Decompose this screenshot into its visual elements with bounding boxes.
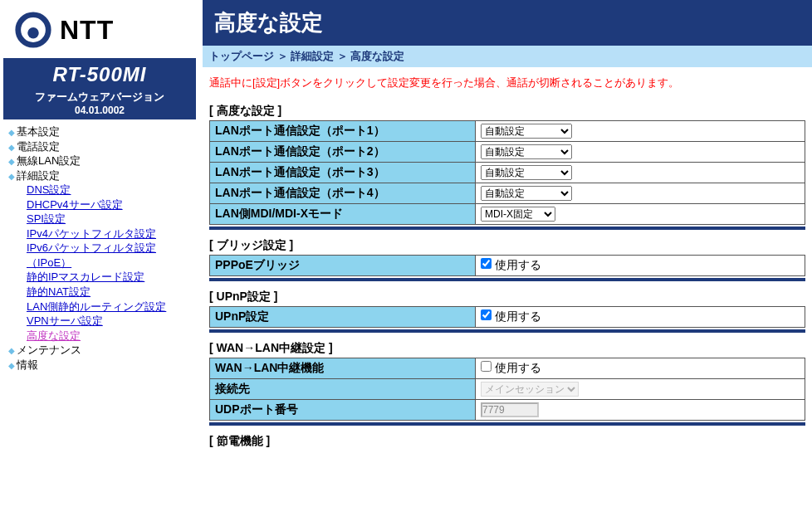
section-head-power: [ 節電機能 ] [209,434,812,449]
brand-name: NTT [60,15,114,46]
select-port2[interactable]: 自動設定 [481,144,572,159]
svg-point-1 [27,27,38,38]
select-mdix[interactable]: MDI-X固定 [481,207,555,222]
nav-sub-snat[interactable]: 静的NAT設定 [27,285,196,300]
separator [209,422,805,426]
label-relay: WAN→LAN中継機能 [210,358,476,379]
table-upnp: UPnP設定 使用する [209,306,805,328]
checkbox-pppoe[interactable] [481,258,492,269]
label-pppoe: PPPoEブリッジ [210,256,476,276]
label-port3: LANポート通信設定（ポート3） [210,163,476,183]
select-port3[interactable]: 自動設定 [481,165,572,180]
nav-maint[interactable]: メンテナンス [8,343,196,358]
checkbox-relay[interactable] [481,361,492,372]
nav-sub-dns[interactable]: DNS設定 [27,183,196,197]
nav-basic[interactable]: 基本設定 [8,124,196,139]
nav-menu: 基本設定 電話設定 無線LAN設定 詳細設定 DNS設定 DHCPv4サーバ設定… [3,124,196,372]
select-port4[interactable]: 自動設定 [481,186,572,201]
nav-sub-lanroute[interactable]: LAN側静的ルーティング設定 [27,300,196,314]
select-dest: メインセッション [481,382,579,397]
breadcrumb: トップページ ＞ 詳細設定 ＞ 高度な設定 [203,46,812,67]
section-head-adv: [ 高度な設定 ] [209,104,812,119]
nav-sub-ipmasq[interactable]: 静的IPマスカレード設定 [27,270,196,285]
label-mdix: LAN側MDI/MDI-Xモード [210,204,476,225]
table-wanlan: WAN→LAN中継機能 使用する 接続先 メインセッション UDPポート番号 [209,358,805,421]
firmware-version: 04.01.0002 [3,105,196,116]
warning-text: 通話中に[設定]ボタンをクリックして設定変更を行った場合、通話が切断されることが… [203,67,812,95]
ntt-logo-icon [13,10,53,50]
page-title: 高度な設定 [203,0,812,46]
main-content: 高度な設定 トップページ ＞ 詳細設定 ＞ 高度な設定 通話中に[設定]ボタンを… [199,0,812,451]
separator [209,278,805,281]
nav-info[interactable]: 情報 [8,358,196,373]
label-upnp: UPnP設定 [210,307,476,328]
nav-sub-ipv6pf[interactable]: IPv6パケットフィルタ設定（IPoE） [27,241,196,270]
table-adv: LANポート通信設定（ポート1） 自動設定 LANポート通信設定（ポート2） 自… [209,120,805,225]
nav-sub-dhcpv4[interactable]: DHCPv4サーバ設定 [27,197,196,212]
input-udpport [481,402,539,417]
nav-sub-spi[interactable]: SPI設定 [27,212,196,227]
label-udpport: UDPポート番号 [210,400,476,421]
nav-sub-vpn[interactable]: VPNサーバ設定 [27,314,196,329]
nav-wlan[interactable]: 無線LAN設定 [8,153,196,168]
checklabel-upnp: 使用する [495,309,541,323]
separator [209,227,805,230]
logo-area: NTT [3,10,196,50]
separator [209,329,805,333]
label-port1: LANポート通信設定（ポート1） [210,121,476,142]
sidebar: NTT RT-500MI ファームウェアバージョン 04.01.0002 基本設… [0,0,199,451]
checklabel-pppoe: 使用する [495,258,541,271]
select-port1[interactable]: 自動設定 [481,124,572,139]
section-head-bridge: [ ブリッジ設定 ] [209,238,812,253]
section-head-wanlan: [ WAN→LAN中継設定 ] [209,341,812,356]
section-head-upnp: [ UPnP設定 ] [209,290,812,304]
firmware-label: ファームウェアバージョン [3,90,196,105]
label-port2: LANポート通信設定（ポート2） [210,142,476,163]
label-port4: LANポート通信設定（ポート4） [210,183,476,204]
checkbox-upnp[interactable] [481,309,492,320]
label-dest: 接続先 [210,379,476,400]
model-name: RT-500MI [3,63,196,86]
table-bridge: PPPoEブリッジ 使用する [209,255,805,276]
nav-sub-adv[interactable]: 高度な設定 [27,329,196,343]
checklabel-relay: 使用する [495,361,541,374]
nav-phone[interactable]: 電話設定 [8,139,196,154]
model-box: RT-500MI ファームウェアバージョン 04.01.0002 [3,58,196,119]
nav-advanced[interactable]: 詳細設定 [8,168,196,183]
nav-sub-ipv4pf[interactable]: IPv4パケットフィルタ設定 [27,227,196,241]
